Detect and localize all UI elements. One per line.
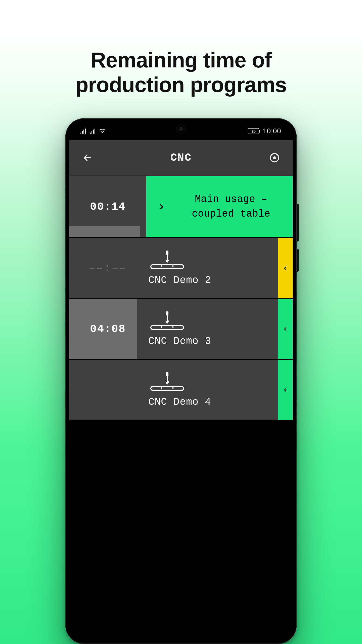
program-label: CNC Demo 2 bbox=[148, 275, 211, 286]
svg-point-1 bbox=[273, 156, 276, 159]
time-remaining: 00:14 bbox=[90, 200, 126, 213]
program-content: CNC Demo 3 bbox=[146, 299, 278, 359]
arrow-left-icon bbox=[82, 152, 93, 163]
back-button[interactable] bbox=[79, 150, 96, 166]
program-content: CNC Demo 2 bbox=[146, 238, 278, 298]
wifi-icon bbox=[99, 129, 106, 134]
page-title: Remaining time of production programs bbox=[0, 48, 362, 97]
page-title-line2: production programs bbox=[75, 73, 287, 97]
program-row[interactable]: 04:08 bbox=[69, 298, 293, 359]
chevron-right-icon bbox=[158, 201, 165, 212]
battery-level: 95 bbox=[251, 129, 256, 133]
program-content: Main usage – coupled table bbox=[146, 176, 293, 237]
svg-rect-6 bbox=[166, 311, 168, 315]
phone-mockup: 95 10:00 CNC bbox=[65, 118, 297, 644]
program-label: CNC Demo 3 bbox=[148, 336, 211, 347]
time-cell: ––:–– bbox=[69, 238, 146, 298]
phone-bezel: 95 10:00 CNC bbox=[68, 121, 294, 641]
page-title-line1: Remaining time of bbox=[90, 48, 272, 72]
expand-tab[interactable] bbox=[278, 360, 293, 420]
record-button[interactable] bbox=[266, 150, 283, 166]
signal-icon bbox=[80, 129, 86, 134]
program-label: CNC Demo 4 bbox=[148, 396, 211, 408]
time-remaining: ––:–– bbox=[89, 262, 127, 274]
collapse-button[interactable] bbox=[146, 201, 176, 212]
chevron-left-icon bbox=[283, 386, 288, 394]
target-icon bbox=[269, 152, 280, 163]
program-list: 00:14 Main usage – coupled table bbox=[69, 176, 293, 640]
time-remaining: 04:08 bbox=[90, 323, 126, 335]
expand-tab[interactable] bbox=[278, 238, 293, 298]
program-row[interactable]: CNC Demo 4 bbox=[69, 359, 293, 420]
camera-punch-hole bbox=[177, 125, 185, 133]
program-label: Main usage – coupled table bbox=[176, 192, 293, 221]
signal-icon-2 bbox=[89, 129, 96, 134]
app-title: CNC bbox=[170, 151, 192, 164]
program-row-expanded[interactable]: 00:14 Main usage – coupled table bbox=[69, 176, 293, 237]
cnc-tool-icon bbox=[148, 250, 186, 270]
app-header: CNC bbox=[69, 140, 293, 176]
cnc-tool-icon bbox=[148, 372, 186, 391]
chevron-left-icon bbox=[283, 264, 288, 272]
svg-rect-2 bbox=[166, 251, 168, 255]
chevron-left-icon bbox=[283, 325, 288, 333]
time-cell: 04:08 bbox=[69, 299, 146, 359]
time-cell bbox=[69, 360, 146, 420]
program-content: CNC Demo 4 bbox=[146, 360, 278, 420]
phone-screen: 95 10:00 CNC bbox=[69, 122, 293, 640]
time-cell: 00:14 bbox=[69, 176, 146, 237]
battery-indicator: 95 bbox=[248, 128, 259, 134]
program-row[interactable]: ––:–– bbox=[69, 237, 293, 298]
progress-bar bbox=[69, 226, 140, 237]
svg-rect-10 bbox=[166, 372, 168, 376]
cnc-tool-icon bbox=[148, 311, 186, 331]
expand-tab[interactable] bbox=[278, 299, 293, 359]
status-clock: 10:00 bbox=[263, 127, 281, 135]
